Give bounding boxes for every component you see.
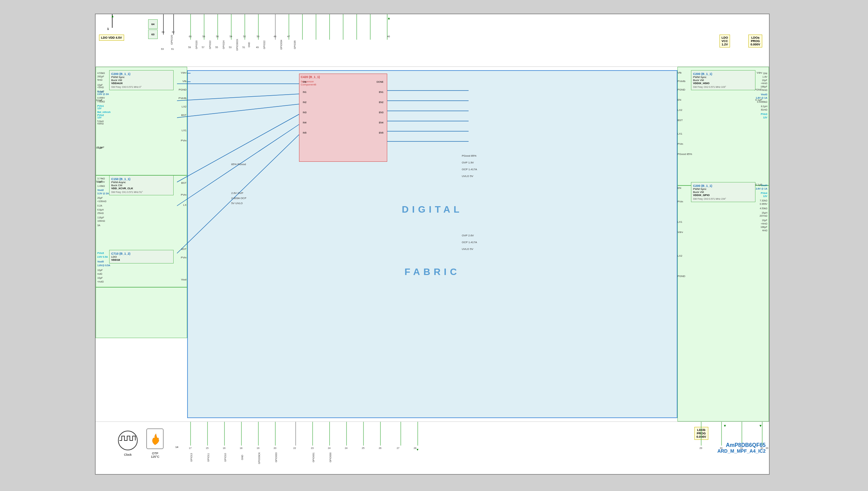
seq-en3: EN3: [379, 111, 383, 114]
c710-name: C710 (B_1_2): [111, 252, 172, 255]
svg-text:GPIO24: GPIO24: [222, 40, 225, 49]
svg-text:23: 23: [311, 447, 314, 449]
middle-area: DIGITAL FABRIC C420 (B_1_1) SequencerCom…: [96, 67, 769, 421]
seq-en1: EN1: [379, 91, 383, 93]
svg-text:16: 16: [223, 447, 225, 449]
c200-rt-type2: Buck VM: [693, 79, 753, 82]
svg-text:GPIO30CK: GPIO30CK: [236, 39, 238, 51]
svg-text:24: 24: [345, 447, 348, 449]
svg-text:GPIO20: GPIO20: [195, 40, 198, 49]
svg-text:GND: GND: [241, 455, 243, 460]
svg-text:47: 47: [287, 35, 290, 38]
svg-text:25: 25: [362, 447, 364, 449]
c200-lt-freq: SW Freq: CK0 0.571 MHz 0°: [111, 86, 172, 88]
ldo-vcc-label: LDOVCC1.2V: [722, 36, 728, 46]
c200-rt-type1: PWM Sync: [693, 76, 753, 79]
svg-text:24: 24: [328, 447, 331, 449]
bottom-pins-svg: ▼ 17 15 16 18 19 20 22 23 24 24 25 26 27…: [170, 422, 679, 474]
c200-lt-type1: PWM Sync: [111, 76, 172, 79]
right-bottom-values: Vout4 2.6V @ 1A PVin4 12V 7.32kΩ 0.955V …: [756, 184, 767, 232]
ldo-vdd-label: LDO VDD 4.5V: [101, 36, 122, 39]
svg-text:59: 59: [188, 46, 191, 48]
seq-en5: EN5: [379, 132, 383, 134]
ldo-vcc-box: LDOVCC1.2V: [719, 35, 730, 47]
svg-text:56: 56: [216, 35, 219, 38]
svg-text:54: 54: [230, 35, 232, 38]
svg-text:29: 29: [699, 447, 702, 449]
otp-label: OTP125°C: [146, 452, 164, 458]
svg-text:33: 33: [766, 447, 768, 449]
otp-symbol: [146, 429, 163, 449]
pin-1-label: 1: [107, 27, 109, 31]
clock-label: Clock: [114, 453, 141, 456]
bottom-pin-area: Clock OTP125°C ▼: [96, 421, 769, 474]
svg-text:GPIO000: GPIO000: [329, 452, 332, 462]
c200-rt-net: VDDIX_HSIO: [693, 82, 753, 85]
pin-1-arrow: ▲: [111, 14, 114, 18]
ldo-vdd-box: LDO VDD 4.5V: [99, 35, 124, 41]
left-bottom-values: 3.74kΩ 0.913V 1.43kΩ Vout2 3.3V @ 2A 20µ…: [97, 177, 109, 227]
c200-rb-net: VDDIX_GPIO: [693, 194, 753, 197]
svg-text:GPIO11: GPIO11: [207, 453, 210, 461]
c420-sequencer: C420 (B_1_1) SequencerComponent6 ON IN1 …: [299, 74, 387, 162]
seq-en2: EN2: [379, 101, 383, 103]
svg-text:19: 19: [257, 447, 259, 449]
svg-text:64: 64: [162, 31, 164, 33]
c150-name: C150 (B_1_1): [111, 177, 172, 181]
c150-freq: SW Freq: CK1 0.571 MHz 51°: [111, 191, 172, 193]
svg-text:55: 55: [215, 46, 218, 48]
svg-text:▼: ▼: [416, 448, 419, 451]
svg-text:▲: ▲: [387, 16, 391, 20]
svg-text:61: 61: [171, 48, 174, 50]
svg-text:27: 27: [397, 447, 399, 449]
cap-lt2: 0.1µF: [96, 146, 102, 149]
c200-lt-type2: Buck VM: [111, 79, 172, 82]
c710-ldo-box: C710 (B_1_2) LDO VDD18: [109, 250, 174, 263]
pin-14: 14: [175, 446, 178, 449]
c200-rb-name: C200 (B_1_1): [693, 184, 753, 188]
left-top-values: 4.53kΩ 282µF 5mΩ 10µF <5mΩ Vout1 2.6V @ …: [97, 72, 111, 125]
c200-lt-name: C200 (B_1_1): [111, 72, 172, 76]
svg-text:28: 28: [414, 447, 416, 449]
svg-text:18: 18: [240, 447, 242, 449]
main-chip-diagram: LDO VDD 4.5V 1 ▲ 64 63 GPIO20: [95, 14, 770, 475]
svg-text:49: 49: [256, 46, 259, 48]
c200-rb-type2: Buck VM: [693, 191, 753, 194]
c200-rb-type1: PWM Sync: [693, 188, 753, 191]
svg-text:57: 57: [202, 46, 204, 48]
svg-text:51: 51: [242, 46, 245, 48]
ldob-prog-label: LDObPROG0.000V: [696, 428, 706, 438]
svg-text:52: 52: [243, 35, 246, 38]
svg-text:▼: ▼: [723, 424, 727, 428]
seq-in4: IN4: [303, 121, 307, 124]
c200-rt-name: C200 (B_1_1): [693, 72, 753, 76]
svg-text:26: 26: [379, 447, 381, 449]
svg-text:48: 48: [274, 35, 276, 38]
seq-done: DONE: [377, 81, 383, 83]
clock-symbol-svg: [114, 429, 141, 452]
c420-subtitle: SequencerComponent6: [301, 80, 386, 86]
seq-in2: IN2: [303, 101, 307, 103]
svg-text:46: 46: [387, 35, 390, 38]
svg-text:60: 60: [189, 35, 192, 38]
c150-type2: Buck CM: [111, 184, 172, 187]
c150-left-box: C150 (B_1_1) PWM Async Buck CM VDD_XCVR_…: [109, 175, 174, 195]
c150-type1: PWM Async: [111, 181, 172, 184]
cap-lt1: 0.1µF: [96, 99, 102, 101]
chip-name: AmP8DB6QF65: [717, 442, 766, 448]
digital-fabric-region: DIGITAL FABRIC: [187, 70, 677, 418]
c200-right-top-box: C200 (B_1_1) PWM Sync Buck VM VDDIX_HSIO…: [691, 70, 755, 90]
top-pin-area: LDO VDD 4.5V 1 ▲ 64 63 GPIO20: [96, 14, 769, 67]
c200-right-bottom-box: C200 (B_1_1) PWM Sync Buck VM VDDIX_GPIO…: [691, 182, 755, 202]
svg-text:GPIO001: GPIO001: [312, 452, 315, 462]
seq-en4: EN4: [379, 121, 383, 124]
svg-text:53: 53: [229, 46, 232, 48]
right-bottom-green: [677, 185, 769, 421]
svg-text:GPIO034: GPIO034: [280, 40, 282, 50]
c200-lt-net: VDDAUX: [111, 82, 172, 85]
c200-rt-freq: SW Freq: CK2 0.571 MHz 103°: [693, 86, 753, 88]
fabric-label: FABRIC: [405, 267, 460, 277]
otp-flame-icon: [150, 432, 160, 446]
svg-text:15: 15: [206, 447, 209, 449]
chip-name-area: AmP8DB6QF65 ARD_M_MPF_A4_IC2: [717, 442, 766, 454]
